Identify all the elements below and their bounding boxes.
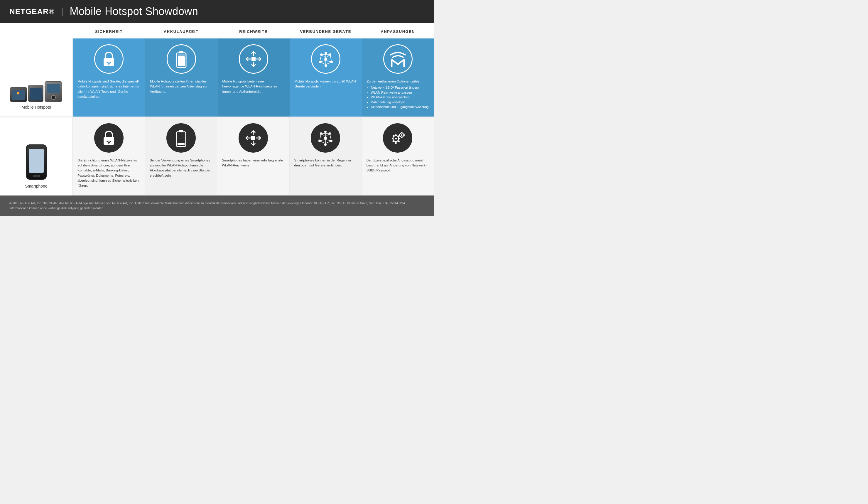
svg-rect-32 xyxy=(179,130,183,132)
page-title: Mobile Hotspot Showdown xyxy=(70,5,198,18)
smartphone-verbundene-icon-circle xyxy=(311,123,340,153)
smartphone-anpassungen-cell: Benutzerspezifische Anpassung meist besc… xyxy=(362,117,434,196)
hotspot-row: 📶 Mobile Hotspots xyxy=(0,39,434,117)
svg-line-55 xyxy=(320,141,326,144)
svg-line-28 xyxy=(326,62,332,64)
smartphone-sicherheit-cell: Die Einrichtung eines WLAN-Netzwerks auf… xyxy=(73,117,145,196)
hotspot-label-cell: 📶 Mobile Hotspots xyxy=(0,39,73,117)
svg-line-56 xyxy=(326,141,331,144)
svg-point-58 xyxy=(395,138,397,140)
smartphone-verbundene-text: Smartphones können in der Regel nur drei… xyxy=(294,158,357,168)
gears-icon xyxy=(388,128,407,148)
svg-rect-69 xyxy=(401,132,403,133)
smartphone-reichweite-text: Smartphones haben eine sehr begrenzte WL… xyxy=(222,158,285,168)
smartphone-sicherheit-text: Die Einrichtung eines WLAN-Netzwerks auf… xyxy=(78,158,140,188)
svg-line-19 xyxy=(326,54,330,58)
main-content: SICHERHEIT AKKULAUFZEIT REICHWEITE VERBU… xyxy=(0,23,434,195)
svg-point-30 xyxy=(108,143,110,144)
svg-line-53 xyxy=(330,134,331,141)
svg-point-39 xyxy=(324,136,327,140)
header-divider: | xyxy=(61,7,63,16)
svg-rect-4 xyxy=(178,56,185,66)
svg-rect-71 xyxy=(399,134,400,136)
svg-point-17 xyxy=(324,52,327,54)
svg-point-11 xyxy=(324,58,327,61)
svg-point-45 xyxy=(324,131,327,133)
svg-rect-60 xyxy=(395,142,397,144)
svg-line-27 xyxy=(320,62,326,64)
hotspot-reichweite-text: Mobile Hotspots bieten eine hervorragend… xyxy=(222,79,285,94)
svg-line-24 xyxy=(320,54,321,62)
hotspot-reichweite-icon-circle xyxy=(239,44,268,74)
hotspot-sicherheit-icon-circle xyxy=(94,44,124,74)
svg-rect-6 xyxy=(251,57,256,61)
column-headers: SICHERHEIT AKKULAUFZEIT REICHWEITE VERBU… xyxy=(0,23,434,39)
hotspot-anpassungen-icon-circle xyxy=(383,44,413,74)
smartphone-device-image xyxy=(26,144,46,179)
svg-rect-59 xyxy=(395,134,397,136)
smartphone-row-label: Smartphone xyxy=(25,184,47,188)
hotspot-anpassungen-text: Zu den enthaltenen Optionen zählen: Netz… xyxy=(367,79,429,110)
smartphone-anpassungen-text: Benutzerspezifische Anpassung meist besc… xyxy=(366,158,429,173)
hotspot-akku-cell: Mobile Hotspots stellen Ihnen stabiles W… xyxy=(145,39,217,117)
hotspot-akku-text: Mobile Hotspots stellen Ihnen stabiles W… xyxy=(150,79,213,94)
smartphone-reichweite-cell: Smartphones haben eine sehr begrenzte WL… xyxy=(217,117,289,196)
svg-line-25 xyxy=(330,54,332,62)
hotspot-sicherheit-cell: Mobile Hotspots sind Geräte, die speziel… xyxy=(73,39,145,117)
svg-rect-33 xyxy=(177,143,185,145)
smartphone-anpassungen-icon-circle xyxy=(383,123,412,153)
smartphone-akku-icon-circle xyxy=(166,123,196,153)
svg-rect-62 xyxy=(398,138,400,139)
svg-rect-5 xyxy=(178,54,185,56)
hotspot-sicherheit-text: Mobile Hotspots sind Geräte, die speziel… xyxy=(78,79,140,99)
hotspot-akku-icon-circle xyxy=(167,44,196,74)
footer-text: © 2019 NETGEAR, Inc. NETGEAR, das NETGEA… xyxy=(9,202,406,210)
svg-rect-61 xyxy=(392,138,393,139)
svg-rect-72 xyxy=(403,134,405,136)
smartphone-label-cell: Smartphone xyxy=(0,117,73,196)
battery-icon xyxy=(176,50,187,68)
col-header-reichweite: REICHWEITE xyxy=(217,23,289,39)
smartphone-row: Smartphone Die Einrichtung eines WLAN-Ne… xyxy=(0,117,434,196)
smartphone-akku-cell: Bei der Verwendung eines Smartphones als… xyxy=(145,117,217,196)
smartphone-sicherheit-icon-circle xyxy=(94,123,124,153)
hotspot-verbundene-text: Mobile Hotspots können bis zu 20 WLAN-Ge… xyxy=(294,79,357,89)
svg-line-47 xyxy=(326,134,330,136)
hotspot-device-image: 📶 xyxy=(10,72,63,102)
svg-point-68 xyxy=(401,134,403,136)
hotspot-reichweite-cell: Mobile Hotspots bieten eine hervorragend… xyxy=(217,39,289,117)
compass-arrows-dark-icon xyxy=(243,128,264,148)
smartphone-reichweite-icon-circle xyxy=(239,123,268,153)
col-header-verbundene: VERBUNDENE GERÄTE xyxy=(290,23,362,39)
lock-wifi-icon xyxy=(101,51,116,68)
compass-arrows-icon xyxy=(243,49,264,69)
lock-wifi-dark-icon xyxy=(101,130,116,146)
col-header-akkulaufzeit: AKKULAUFZEIT xyxy=(145,23,217,39)
hotspot-row-label: Mobile Hotspots xyxy=(21,105,51,110)
hotspot-anpassungen-cell: Zu den enthaltenen Optionen zählen: Netz… xyxy=(362,39,434,117)
svg-rect-34 xyxy=(251,136,255,140)
svg-line-46 xyxy=(321,134,326,136)
svg-point-44 xyxy=(324,144,327,146)
network-mesh-icon xyxy=(316,49,336,69)
svg-rect-3 xyxy=(179,51,183,53)
netgear-logo: NETGEAR® xyxy=(9,7,54,16)
page-header: NETGEAR® | Mobile Hotspot Showdown xyxy=(0,0,434,23)
hotspot-verbundene-cell: Mobile Hotspots können bis zu 20 WLAN-Ge… xyxy=(290,39,362,117)
hotspot-verbundene-icon-circle xyxy=(311,44,340,74)
svg-rect-70 xyxy=(401,137,403,138)
col-header-anpassungen: ANPASSUNGEN xyxy=(362,23,434,39)
battery-dark-icon xyxy=(176,129,186,147)
svg-line-52 xyxy=(320,134,321,141)
svg-point-1 xyxy=(108,64,110,65)
network-mesh-dark-icon xyxy=(315,128,336,148)
col-header-sicherheit: SICHERHEIT xyxy=(73,23,145,39)
smartphone-verbundene-cell: Smartphones können in der Regel nur drei… xyxy=(290,117,362,196)
svg-point-16 xyxy=(324,64,327,67)
m-wifi-icon xyxy=(388,50,408,68)
smartphone-akku-text: Bei der Verwendung eines Smartphones als… xyxy=(149,158,212,178)
page-footer: © 2019 NETGEAR, Inc. NETGEAR, das NETGEA… xyxy=(0,195,434,216)
svg-line-18 xyxy=(321,54,326,58)
